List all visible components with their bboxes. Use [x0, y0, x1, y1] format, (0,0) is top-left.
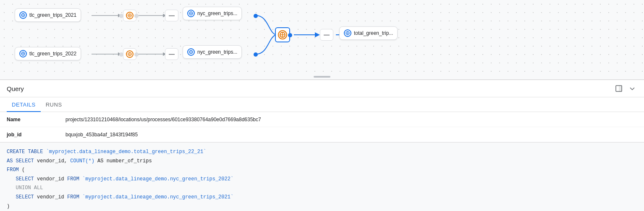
code-block: CREATE TABLE `myproject.data_lineage_dem…	[0, 142, 644, 211]
table-icon-2021	[19, 11, 27, 19]
union-all: UNION ALL	[7, 185, 43, 191]
query-panel: Query DETAILS RUNS Name projects/1231012…	[0, 80, 644, 211]
dag-node-label-tlc2022: tlc_green_trips_2022	[29, 51, 76, 57]
details-row-name: Name projects/123101210468/locations/us/…	[0, 112, 644, 127]
dag-node-dash1[interactable]: —	[165, 10, 178, 21]
name-label: Name	[7, 117, 65, 122]
filter-icon-2021	[126, 12, 134, 19]
dag-node-dash3[interactable]: —	[320, 29, 333, 41]
kw-select-2: SELECT	[7, 194, 34, 200]
connector-nyc2022	[254, 52, 258, 57]
table-icon-final	[344, 29, 351, 37]
tab-details[interactable]: DETAILS	[7, 97, 41, 112]
code-line-3: FROM (	[7, 166, 637, 175]
code-line-5: UNION ALL	[7, 184, 637, 193]
panel-header: Query	[0, 80, 644, 97]
dag-node-nyc2021[interactable]: nyc_green_trips...	[183, 7, 242, 20]
dag-node-tlc2022[interactable]: tlc_green_trips_2022	[15, 47, 81, 60]
plain-vid2: vendor_id	[34, 194, 67, 200]
dag-node-final[interactable]: total_green_trip...	[339, 26, 398, 40]
union-icon	[278, 30, 287, 39]
code-line-7: )	[7, 202, 637, 211]
connector-2	[134, 14, 139, 18]
str-table: `myproject.data_lineage_demo.total_green…	[46, 149, 207, 155]
jobid-label: job_id	[7, 132, 65, 138]
tab-runs[interactable]: RUNS	[41, 97, 67, 112]
name-value: projects/123101210468/locations/us/proce…	[65, 117, 261, 122]
kw-as-select: AS SELECT	[7, 158, 37, 164]
dag-node-label-nyc2022: nyc_green_trips...	[197, 49, 237, 55]
kw-from-1: FROM	[67, 176, 79, 182]
dash-icon-3: —	[324, 31, 330, 38]
details-row-jobid: job_id bquxjob_453ba4af_1843f194f85	[0, 127, 644, 142]
kw-create: CREATE TABLE	[7, 149, 46, 155]
dag-node-tlc2021[interactable]: tlc_green_trips_2021	[15, 8, 81, 22]
close-paren: )	[7, 203, 10, 209]
tab-bar: DETAILS RUNS	[0, 97, 644, 112]
code-line-1: CREATE TABLE `myproject.data_lineage_dem…	[7, 148, 637, 157]
kw-from-2: FROM	[67, 194, 79, 200]
dag-node-nyc2022[interactable]: nyc_green_trips...	[183, 45, 242, 59]
plain-as: AS number_of_trips	[94, 158, 152, 164]
plain-vendor: vendor_id,	[37, 158, 70, 164]
svg-rect-31	[619, 86, 622, 91]
dag-node-label-tlc2021: tlc_green_trips_2021	[29, 12, 76, 18]
code-line-2: AS SELECT vendor_id, COUNT(*) AS number_…	[7, 157, 637, 166]
panel-icon-group	[614, 83, 637, 94]
dag-node-dash2[interactable]: —	[165, 48, 178, 60]
details-table: Name projects/123101210468/locations/us/…	[0, 112, 644, 142]
kw-select-1: SELECT	[7, 176, 34, 182]
jobid-value: bquxjob_453ba4af_1843f194f85	[65, 132, 138, 138]
dag-canvas: tlc_green_trips_2021 tlc_green_trips_202…	[0, 0, 644, 80]
str-nyc2021: `myproject.data_lineage_demo.nyc_green_t…	[79, 194, 233, 200]
dag-node-label-nyc2021: nyc_green_trips...	[197, 10, 237, 16]
str-nyc2022: `myproject.data_lineage_demo.nyc_green_t…	[79, 176, 233, 182]
table-icon-2022	[19, 50, 27, 57]
code-line-4: SELECT vendor_id FROM `myproject.data_li…	[7, 175, 637, 184]
table-icon-nyc2022	[187, 48, 195, 56]
table-icon-nyc2021	[187, 10, 195, 17]
plain-vid1: vendor_id	[34, 176, 67, 182]
filter-icon-2022	[126, 50, 134, 58]
panel-title: Query	[7, 85, 24, 92]
collapse-icon[interactable]	[627, 83, 637, 94]
plain-paren: (	[19, 167, 25, 173]
expand-icon[interactable]	[614, 83, 624, 94]
scroll-handle	[314, 76, 330, 78]
dash-icon-1: —	[169, 12, 175, 19]
fn-count: COUNT(*)	[70, 158, 94, 164]
code-line-6: SELECT vendor_id FROM `myproject.data_li…	[7, 193, 637, 202]
dag-node-label-final: total_green_trip...	[354, 30, 393, 36]
connector-4	[134, 52, 139, 57]
connector-nyc2021	[254, 14, 258, 18]
dash-icon-2: —	[169, 51, 175, 57]
connector-union-out	[288, 33, 292, 37]
kw-from: FROM	[7, 167, 19, 173]
